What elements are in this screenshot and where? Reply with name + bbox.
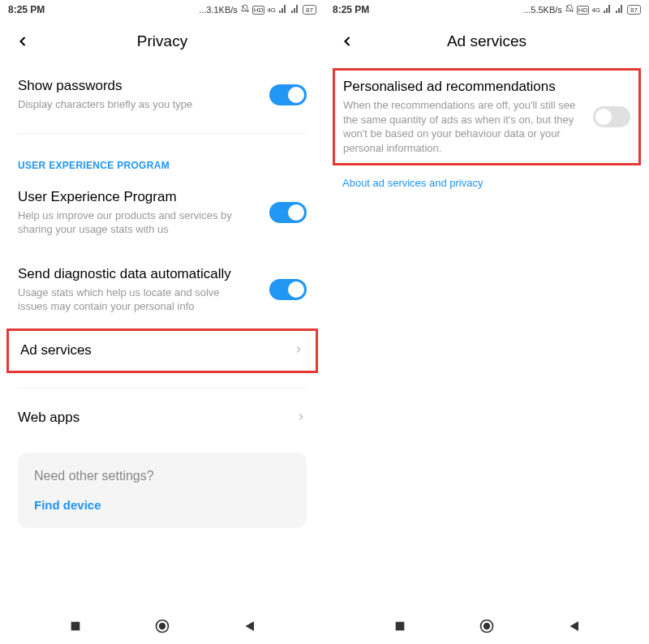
divider bbox=[18, 133, 307, 134]
data-rate: ...5.5KB/s bbox=[523, 5, 562, 15]
show-passwords-desc: Display characters briefly as you type bbox=[18, 97, 307, 112]
show-passwords-title: Show passwords bbox=[18, 78, 307, 94]
chevron-right-icon bbox=[295, 410, 307, 427]
uep-title: User Experience Program bbox=[18, 189, 307, 205]
svg-point-2 bbox=[159, 623, 165, 629]
signal-icon-2 bbox=[615, 4, 625, 15]
volte-icon: HD bbox=[577, 6, 590, 15]
chevron-right-icon bbox=[293, 342, 304, 359]
web-apps-item[interactable]: Web apps bbox=[18, 395, 307, 441]
personalised-highlight: Personalised ad recommendations When the… bbox=[333, 68, 641, 165]
recent-apps-button[interactable] bbox=[67, 617, 84, 635]
page-title: Ad services bbox=[324, 32, 649, 50]
dnd-icon bbox=[565, 4, 574, 15]
status-bar: 8:25 PM ...5.5KB/s HD 4G 87 bbox=[324, 0, 649, 19]
status-indicators: ...5.5KB/s HD 4G 87 bbox=[523, 4, 641, 15]
settings-content: Show passwords Display characters briefl… bbox=[0, 63, 324, 608]
header: Ad services bbox=[324, 19, 649, 63]
recent-apps-button[interactable] bbox=[391, 617, 409, 635]
show-passwords-toggle[interactable] bbox=[269, 84, 307, 105]
signal-icon bbox=[603, 4, 612, 15]
find-device-link[interactable]: Find device bbox=[34, 498, 290, 512]
back-button[interactable] bbox=[13, 32, 32, 51]
4g-icon: 4G bbox=[591, 6, 600, 14]
status-time: 8:25 PM bbox=[8, 4, 45, 15]
ad-services-highlight: Ad services bbox=[6, 328, 318, 373]
phone-right: 8:25 PM ...5.5KB/s HD 4G 87 Ad bbox=[324, 0, 649, 644]
ad-services-item[interactable]: Ad services bbox=[20, 342, 304, 359]
personalised-toggle[interactable] bbox=[593, 106, 630, 127]
other-settings-card: Need other settings? Find device bbox=[18, 453, 307, 528]
uep-toggle[interactable] bbox=[269, 202, 307, 223]
divider bbox=[18, 388, 307, 389]
header: Privacy bbox=[0, 19, 324, 63]
home-button[interactable] bbox=[478, 617, 496, 635]
nav-bar bbox=[0, 608, 324, 644]
signal-icon bbox=[278, 4, 288, 15]
phone-left: 8:25 PM ...3.1KB/s HD 4G 87 Pri bbox=[0, 0, 324, 644]
personalised-desc: When the recommendations are off, you'll… bbox=[343, 98, 630, 155]
svg-point-5 bbox=[484, 623, 490, 629]
card-title: Need other settings? bbox=[34, 469, 290, 483]
show-passwords-item: Show passwords Display characters briefl… bbox=[18, 63, 307, 127]
diagnostic-desc: Usage stats which help us locate and sol… bbox=[18, 286, 307, 314]
personalised-title: Personalised ad recommendations bbox=[343, 79, 630, 95]
volte-icon: HD bbox=[252, 6, 265, 15]
section-header-uep: USER EXPERIENCE PROGRAM bbox=[18, 140, 307, 174]
nav-bar bbox=[324, 608, 649, 644]
uep-item: User Experience Program Help us improve … bbox=[18, 174, 307, 251]
signal-icon-2 bbox=[290, 4, 300, 15]
status-time: 8:25 PM bbox=[333, 4, 369, 15]
svg-rect-3 bbox=[396, 622, 405, 631]
back-nav-button[interactable] bbox=[565, 617, 582, 635]
settings-content: Personalised ad recommendations When the… bbox=[324, 63, 649, 608]
back-button[interactable] bbox=[337, 32, 357, 51]
svg-rect-0 bbox=[71, 622, 80, 631]
ad-services-title: Ad services bbox=[20, 342, 293, 358]
home-button[interactable] bbox=[153, 617, 171, 635]
uep-desc: Help us improve our products and service… bbox=[18, 208, 307, 237]
about-ad-services-link[interactable]: About ad services and privacy bbox=[342, 172, 631, 189]
back-nav-button[interactable] bbox=[240, 617, 258, 635]
diagnostic-toggle[interactable] bbox=[269, 279, 307, 300]
diagnostic-title: Send diagnostic data automatically bbox=[18, 266, 307, 282]
status-bar: 8:25 PM ...3.1KB/s HD 4G 87 bbox=[0, 0, 324, 19]
dnd-icon bbox=[240, 4, 250, 15]
web-apps-title: Web apps bbox=[18, 410, 295, 426]
diagnostic-item: Send diagnostic data automatically Usage… bbox=[18, 251, 307, 328]
battery-indicator: 87 bbox=[303, 5, 316, 15]
4g-icon: 4G bbox=[267, 6, 276, 14]
battery-indicator: 87 bbox=[627, 5, 641, 15]
page-title: Privacy bbox=[0, 32, 324, 50]
status-indicators: ...3.1KB/s HD 4G 87 bbox=[199, 4, 316, 15]
data-rate: ...3.1KB/s bbox=[199, 5, 238, 15]
personalised-item: Personalised ad recommendations When the… bbox=[343, 79, 630, 155]
